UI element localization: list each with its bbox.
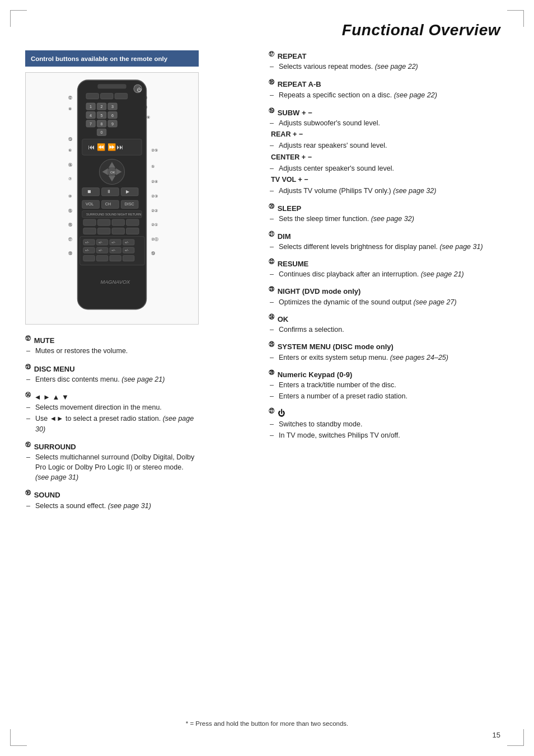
svg-text:⑳: ⑳: [143, 96, 147, 100]
svg-rect-80: [97, 228, 110, 234]
section-20: ⑳ SLEEP –Sets the sleep timer function. …: [269, 203, 509, 224]
svg-text:+/-: +/-: [125, 248, 129, 252]
svg-text:⑭: ⑭: [68, 163, 72, 167]
section-15: ⑮ SURROUND –Selects multichannel surroun…: [25, 441, 199, 483]
svg-rect-81: [112, 228, 125, 234]
section-12: ⑫ MUTE –Mutes or restores the volume.: [25, 335, 199, 356]
svg-text:②③: ②③: [151, 194, 158, 199]
svg-text:⑤: ⑤: [151, 165, 154, 169]
svg-text:⏸: ⏸: [106, 189, 111, 194]
section-23-body: –Optimizes the dynamic of the sound outp…: [269, 297, 509, 307]
section-15-body: –Selects multichannel surround (Dolby Di…: [25, 452, 199, 482]
svg-text:+/-: +/-: [85, 240, 89, 244]
section-19-title: ⑲ SUBW + −: [269, 107, 509, 117]
section-14: ⑭ ◄ ► ▲ ▼ –Selects movement direction in…: [25, 391, 199, 434]
remote-image-area: ⏻ ⑫ ⑧ ⑳ ⑳ 1 2 3 ②⑥ 4 5: [25, 72, 199, 325]
svg-text:0: 0: [101, 130, 103, 135]
svg-text:②①: ②①: [151, 223, 158, 227]
svg-text:+/-: +/-: [111, 240, 115, 244]
svg-text:1: 1: [90, 105, 92, 109]
section-24-body: –Confirms a selection.: [269, 325, 509, 335]
svg-text:⑮: ⑮: [68, 209, 72, 213]
svg-text:+/-: +/-: [98, 248, 102, 252]
section-16: ⑯ SOUND –Selects a sound effect. (see pa…: [25, 489, 199, 510]
svg-text:MAGNAVOX: MAGNAVOX: [101, 279, 131, 285]
svg-text:⏩: ⏩: [107, 143, 116, 152]
svg-text:7: 7: [90, 122, 92, 126]
section-12-num: ⑫: [25, 335, 31, 342]
section-16-title: ⑯ SOUND: [25, 489, 199, 499]
svg-rect-65: [121, 188, 138, 196]
section-18-title: ⑱ REPEAT A-B: [269, 78, 509, 88]
section-12-body: –Mutes or restores the volume.: [25, 346, 199, 356]
svg-rect-77: [112, 219, 125, 226]
svg-text:⑰: ⑰: [68, 237, 72, 242]
svg-text:3: 3: [111, 105, 114, 109]
section-17: ⑰ REPEAT –Selects various repeat modes. …: [269, 50, 509, 72]
svg-text:6: 6: [111, 114, 114, 118]
section-13-title: ⑬ DISC MENU: [25, 363, 199, 373]
svg-rect-82: [127, 228, 139, 234]
section-27: ㉗ ⏻ –Switches to standby mode. –In TV mo…: [269, 408, 509, 440]
section-24: ㉔ OK –Confirms a selection.: [269, 314, 509, 335]
section-17-title: ⑰ REPEAT: [269, 50, 509, 60]
section-21-body: –Selects different levels brightness for…: [269, 242, 509, 252]
section-13: ⑬ DISC MENU –Enters disc contents menu. …: [25, 363, 199, 384]
section-22-title: ㉒ RESUME: [269, 259, 509, 268]
section-19: ⑲ SUBW + − –Adjusts subwoofer's sound le…: [269, 107, 509, 196]
footer-note: * = Press and hold the button for more t…: [0, 720, 534, 727]
section-23-title: ㉓ NIGHT (DVD mode only): [269, 286, 509, 295]
svg-rect-101: [96, 255, 107, 261]
svg-text:9: 9: [111, 122, 114, 126]
svg-text:+/-: +/-: [98, 240, 102, 244]
svg-text:⑥: ⑥: [68, 148, 72, 153]
svg-text:⑦: ⑦: [68, 177, 72, 181]
section-12-title: ⑫ MUTE: [25, 335, 199, 345]
control-box-label: Control buttons available on the remote …: [25, 50, 199, 67]
svg-rect-75: [83, 219, 96, 226]
border-corner-tr: [507, 10, 524, 27]
section-14-body: –Selects movement direction in the menu.…: [25, 402, 199, 434]
svg-text:8: 8: [101, 122, 103, 126]
svg-text:VOL: VOL: [86, 202, 93, 206]
svg-text:▶: ▶: [126, 189, 130, 194]
svg-text:⑧: ⑧: [68, 107, 72, 111]
svg-rect-7: [101, 93, 114, 99]
section-17-body: –Selects various repeat modes. (see page…: [269, 62, 509, 72]
section-26: ㉖ Numeric Keypad (0-9) –Enters a track/t…: [269, 369, 509, 402]
svg-text:⑯: ⑯: [68, 223, 72, 227]
svg-text:DISC: DISC: [125, 202, 134, 206]
section-16-body: –Selects a sound effect. (see page 31): [25, 501, 199, 511]
page-title: Functional Overview: [342, 21, 500, 39]
svg-rect-1: [97, 84, 126, 88]
section-18-body: –Repeats a specific section on a disc. (…: [269, 90, 509, 100]
section-18: ⑱ REPEAT A-B –Repeats a specific section…: [269, 78, 509, 100]
svg-text:SURROUND  SOUND  NIGHT  RETURN: SURROUND SOUND NIGHT RETURN: [86, 213, 141, 216]
svg-rect-76: [97, 219, 110, 226]
svg-rect-78: [127, 219, 139, 226]
page-number: 15: [493, 731, 500, 739]
svg-text:⏪: ⏪: [97, 143, 106, 152]
svg-text:②④: ②④: [151, 180, 158, 184]
svg-text:⏻: ⏻: [137, 87, 142, 92]
svg-rect-8: [115, 93, 128, 99]
left-column: Control buttons available on the remote …: [25, 50, 199, 518]
border-corner-bl: [10, 729, 27, 746]
section-13-body: –Enters disc contents menu. (see page 21…: [25, 374, 199, 384]
svg-text:⑳: ⑳: [143, 105, 147, 110]
svg-text:⏮: ⏮: [88, 143, 95, 151]
svg-text:②②: ②②: [151, 209, 158, 213]
section-22: ㉒ RESUME –Continues disc playback after …: [269, 259, 509, 279]
svg-text:+/-: +/-: [111, 248, 115, 252]
right-column: ⑰ REPEAT –Selects various repeat modes. …: [269, 50, 509, 447]
border-corner-br: [507, 729, 524, 746]
section-20-title: ⑳ SLEEP: [269, 203, 509, 213]
section-20-body: –Sets the sleep timer function. (see pag…: [269, 214, 509, 224]
svg-rect-100: [83, 255, 95, 261]
svg-text:CH: CH: [105, 202, 111, 206]
section-19-body: –Adjusts subwoofer's sound level. REAR +…: [269, 118, 509, 196]
svg-text:②⑤: ②⑤: [151, 148, 158, 153]
svg-text:②⓪: ②⓪: [151, 237, 158, 242]
svg-text:⏭: ⏭: [116, 143, 123, 151]
section-21-title: ㉑ DIM: [269, 231, 509, 241]
